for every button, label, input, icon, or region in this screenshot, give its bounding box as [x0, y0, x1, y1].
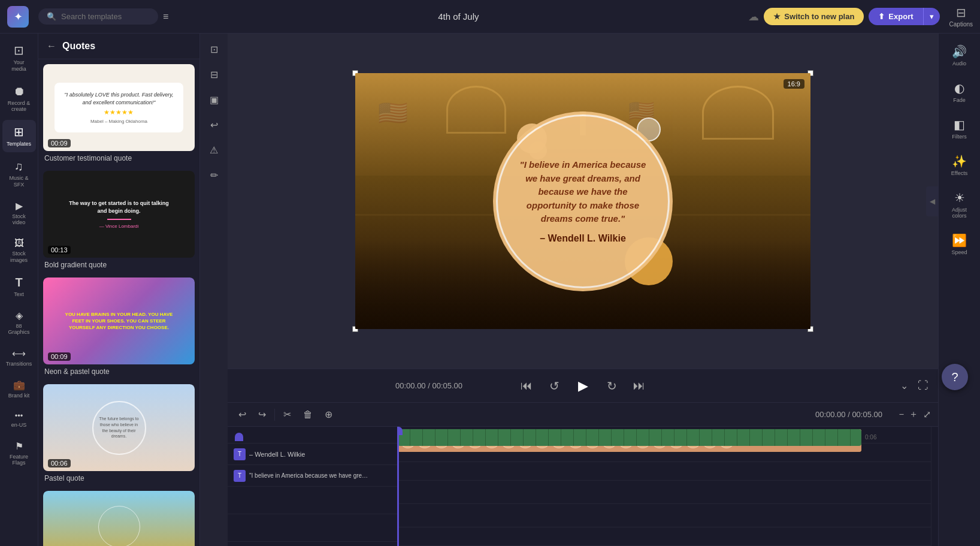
export-dropdown-button[interactable]: ▾ [923, 8, 940, 25]
track-content-text-2[interactable]: "I believe in America because we have gr… [398, 462, 931, 481]
delete-button[interactable]: 🗑 [300, 407, 316, 423]
record-screen-tool[interactable]: ▣ [203, 89, 225, 110]
audio-icon: 🔊 [952, 44, 967, 59]
playback-bar: ⏮ ↺ ▶ ↻ ⏭ 00:00.00 / 00:05.00 ⌄ ⛶ [228, 369, 938, 402]
sidebar-item-transitions[interactable]: ⟷ Transitions [2, 343, 36, 372]
quote-overlay: "I believe in America because we have gr… [481, 99, 685, 303]
panel-title: Quotes [62, 41, 95, 52]
zoom-out-button[interactable]: － [897, 408, 906, 421]
add-to-timeline-button[interactable]: ⊕ [321, 406, 336, 423]
tool-filters[interactable]: ◧ Filters [942, 113, 978, 144]
sidebar-item-templates[interactable]: ⊞ Templates [2, 120, 36, 152]
timeline-area: ↩ ↪ ✂ 🗑 ⊕ 00:00.00 / 00:05.00 － ＋ ⤢ [228, 402, 938, 546]
skip-to-end-button[interactable]: ⏭ [630, 376, 649, 396]
track-content-shapes-1[interactable] [398, 481, 931, 504]
brand-kit-icon: 💼 [13, 379, 25, 391]
music-icon: ♫ [14, 159, 23, 173]
canvas-area: 🇺🇸 🇺🇸 [228, 34, 938, 369]
ruler-mark-6: 0:06 [865, 434, 931, 441]
templates-panel: ← Quotes "I absolutely LOVE this product… [38, 34, 200, 546]
help-button[interactable]: ? [942, 364, 968, 390]
text-icon: T [15, 276, 22, 289]
filter-button[interactable]: ≡ [163, 11, 168, 22]
tool-audio[interactable]: 🔊 Audio [942, 40, 978, 71]
tool-fade[interactable]: ◐ Fade [942, 76, 978, 108]
template-thumb-4: The future belongs to those who believe … [43, 384, 195, 471]
play-pause-button[interactable]: ▶ [572, 375, 594, 397]
sidebar-item-text[interactable]: T Text [2, 271, 36, 303]
template-item-pastel-quote[interactable]: The future belongs to those who believe … [43, 384, 195, 484]
rewind-5s-button[interactable]: ↺ [545, 376, 564, 396]
track-content-shapes-2[interactable] [398, 504, 931, 527]
crop-tool[interactable]: ⊟ [203, 64, 225, 85]
template-name-1: Customer testimonial quote [43, 151, 195, 164]
back-button[interactable]: ← [47, 41, 56, 52]
track-row-text-2: T "I believe in America because we have … [228, 465, 398, 487]
undo-button[interactable]: ↩ [235, 406, 250, 423]
captions-icon: ⊟ [956, 5, 966, 20]
sidebar-item-stock-images[interactable]: 🖼 Stock images [2, 233, 36, 269]
total-time: 00:05.00 [432, 381, 462, 390]
template-name-4: Pastel quote [43, 471, 195, 484]
template-item-neon-pastel[interactable]: YOU HAVE BRAINS IN YOUR HEAD. YOU HAVE F… [43, 277, 195, 377]
template-duration-2: 00:13 [48, 246, 71, 254]
current-time: 00:00.00 [395, 381, 426, 390]
expand-timeline-button[interactable]: ⤢ [923, 409, 931, 420]
export-button[interactable]: ⬆ Export [869, 8, 922, 25]
timeline-collapse-button[interactable]: ⌄ [900, 380, 908, 391]
captions-button[interactable]: ⊟ Captions [949, 5, 973, 28]
fullscreen-button[interactable]: ⛶ [918, 379, 928, 392]
cloud-save-icon: ☁ [748, 10, 759, 23]
template-thumb-1: "I absolutely LOVE this product. Fast de… [43, 64, 195, 151]
zoom-in-button[interactable]: ＋ [909, 408, 918, 421]
quote-circle: "I believe in America because we have gr… [493, 111, 673, 291]
playhead[interactable] [398, 427, 399, 546]
sidebar-item-stock-video[interactable]: ▶ Stock video [2, 195, 36, 231]
search-box[interactable]: 🔍 [38, 8, 158, 25]
brush-tool[interactable]: ✏ [203, 164, 225, 186]
cut-button[interactable]: ✂ [280, 406, 295, 423]
template-thumb-5: You will live more if you like to do thi… [43, 491, 195, 546]
ruler-left [228, 427, 398, 444]
export-icon: ⬆ [878, 12, 885, 21]
sidebar-item-record[interactable]: ⏺ Record & create [2, 80, 36, 118]
forward-5s-button[interactable]: ↻ [602, 376, 621, 396]
template-item-organic-boho[interactable]: You will live more if you like to do thi… [43, 491, 195, 546]
speed-icon: ⏩ [952, 233, 967, 248]
effects-icon: ✨ [952, 154, 967, 168]
sidebar-item-brand-kit[interactable]: 💼 Brand kit [2, 375, 36, 404]
graphics-icon: ◈ [16, 310, 23, 321]
sidebar-item-graphics[interactable]: ◈ 88 Graphics [2, 305, 36, 341]
track-row-shapes-2 [228, 514, 398, 542]
your-media-icon: ⊡ [14, 43, 24, 58]
video-track-clip[interactable] [398, 429, 861, 446]
sidebar-item-your-media[interactable]: ⊡ Your media [2, 38, 36, 77]
tool-effects[interactable]: ✨ Effects [942, 149, 978, 181]
template-item-bold-gradient[interactable]: The way to get started is to quit talkin… [43, 171, 195, 270]
timeline-scrollbar[interactable] [931, 427, 938, 546]
sidebar-item-music[interactable]: ♫ Music & SFX [2, 155, 36, 193]
resize-tool[interactable]: ⊡ [203, 38, 225, 60]
edit-toolbar: ⊡ ⊟ ▣ ↩ ⚠ ✏ [200, 34, 228, 546]
track-row-text-1: T – Wendell L. Wilkie [228, 444, 398, 465]
adjust-colors-icon: ☀ [954, 191, 965, 205]
search-input[interactable] [61, 12, 150, 21]
record-icon: ⏺ [13, 85, 25, 98]
template-item-customer-testimonial[interactable]: "I absolutely LOVE this product. Fast de… [43, 64, 195, 164]
track-content-area: 0:01 0:02 0:03 0:04 0:05 0:06 0:07 0:08 … [398, 427, 931, 546]
skip-to-start-button[interactable]: ⏮ [517, 376, 536, 396]
template-duration-4: 00:06 [48, 459, 71, 467]
redo-button[interactable]: ↪ [255, 406, 270, 423]
tool-speed[interactable]: ⏩ Speed [942, 228, 978, 260]
undo-tool[interactable]: ↩ [203, 114, 225, 135]
warning-tool[interactable]: ⚠ [203, 139, 225, 161]
template-name-3: Neon & pastel quote [43, 364, 195, 377]
template-name-2: Bold gradient quote [43, 258, 195, 270]
tool-adjust-colors[interactable]: ☀ Adjust colors [942, 186, 978, 224]
switch-plan-button[interactable]: ★ Switch to new plan [764, 8, 864, 25]
sidebar-item-more[interactable]: ••• en-US [2, 406, 36, 433]
template-duration-3: 00:09 [48, 352, 71, 361]
collapse-panel-button[interactable]: ◀ [926, 186, 938, 216]
track-content-video[interactable] [398, 527, 931, 546]
sidebar-item-feature-flags[interactable]: ⚑ Feature Flags [2, 436, 36, 472]
